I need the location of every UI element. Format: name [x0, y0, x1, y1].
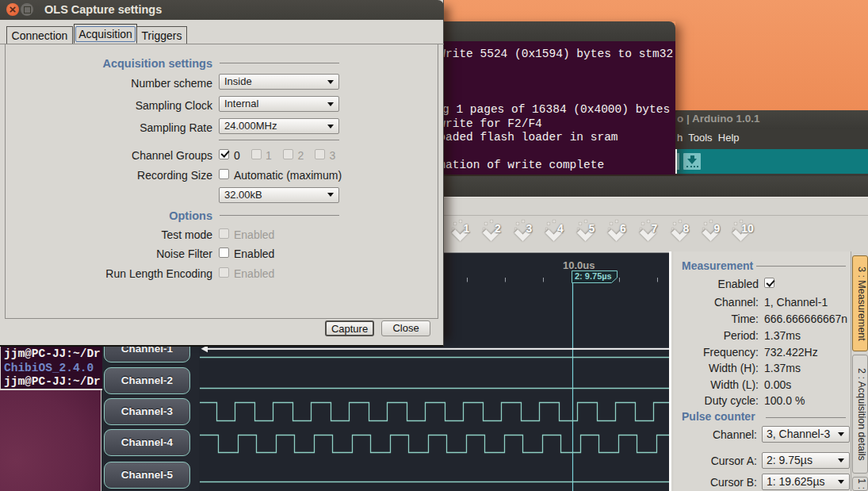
- svg-text:2: 9.75µs: 2: 9.75µs: [575, 271, 612, 281]
- svg-text:10.0us: 10.0us: [563, 259, 595, 271]
